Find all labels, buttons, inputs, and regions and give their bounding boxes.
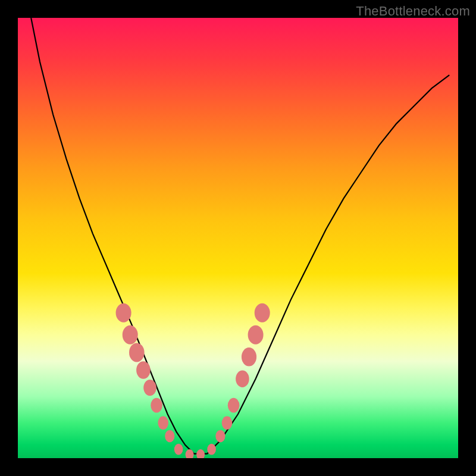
curve-marker: [143, 380, 156, 396]
chart-frame: TheBottleneck.com: [0, 0, 476, 476]
curve-marker: [186, 449, 194, 458]
bottleneck-curve: [31, 18, 449, 454]
curve-marker: [196, 449, 205, 458]
curve-marker: [123, 325, 138, 345]
curve-layer: [18, 18, 458, 458]
curve-marker: [129, 343, 145, 362]
curve-marker: [158, 416, 168, 430]
curve-marker: [174, 444, 183, 455]
marker-group: [116, 303, 270, 458]
curve-marker: [207, 444, 216, 455]
plot-area: [18, 18, 458, 458]
watermark-text: TheBottleneck.com: [356, 4, 470, 19]
curve-marker: [222, 416, 233, 430]
curve-marker: [151, 398, 162, 413]
curve-marker: [248, 325, 264, 345]
curve-marker: [242, 347, 256, 366]
curve-marker: [215, 430, 225, 443]
curve-marker: [255, 303, 270, 322]
curve-marker: [236, 371, 249, 387]
curve-marker: [116, 303, 131, 322]
curve-marker: [165, 430, 174, 443]
curve-marker: [136, 361, 151, 379]
curve-marker: [228, 398, 240, 413]
